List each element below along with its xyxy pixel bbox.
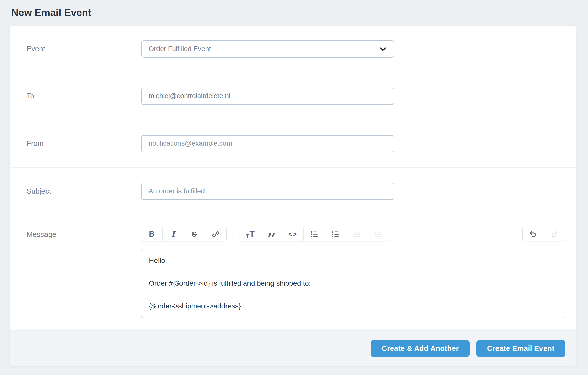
code-button[interactable]: <>	[282, 227, 304, 241]
strikethrough-icon: S	[192, 230, 197, 238]
event-row: Event Order Fulfilled Event	[10, 26, 576, 72]
event-label: Event	[27, 45, 141, 53]
heading-button[interactable]: T T	[240, 227, 261, 241]
message-paragraph: Hello,	[149, 256, 557, 265]
message-row: Message B I S	[10, 215, 576, 330]
event-select-value: Order Fulfilled Event	[149, 45, 211, 53]
subject-input[interactable]	[141, 183, 394, 200]
block-button-group: T T ” <>	[240, 227, 389, 241]
event-select[interactable]: Order Fulfilled Event	[141, 40, 394, 58]
bold-icon: B	[149, 230, 154, 239]
strikethrough-button[interactable]: S	[184, 227, 205, 241]
to-row: To	[10, 72, 576, 120]
ordered-list-button[interactable]: 1 2 3	[325, 227, 346, 241]
italic-button[interactable]: I	[163, 227, 184, 241]
svg-text:3: 3	[332, 235, 333, 238]
to-label: To	[27, 92, 141, 100]
outdent-button	[346, 227, 367, 241]
heading-icon: T T	[246, 230, 255, 238]
chevron-down-icon	[379, 45, 387, 53]
unordered-list-button[interactable]	[304, 227, 325, 241]
unordered-list-icon	[310, 230, 318, 238]
from-input[interactable]	[141, 135, 394, 152]
subject-label: Subject	[27, 187, 141, 195]
ordered-list-icon: 1 2 3	[332, 230, 339, 238]
link-icon	[212, 230, 219, 238]
link-button[interactable]	[205, 227, 226, 241]
italic-icon: I	[171, 230, 175, 239]
new-email-event-form: Event Order Fulfilled Event To From	[10, 26, 576, 366]
history-button-group	[522, 227, 565, 241]
message-label: Message	[27, 230, 141, 239]
create-and-add-another-button[interactable]: Create & Add Another	[371, 340, 470, 357]
page-title: New Email Event	[11, 7, 576, 18]
page: New Email Event Event Order Fulfilled Ev…	[0, 0, 588, 366]
form-footer: Create & Add Another Create Email Event	[10, 330, 576, 366]
from-label: From	[27, 139, 141, 148]
format-button-group: B I S	[141, 227, 227, 241]
bold-button[interactable]: B	[141, 227, 163, 241]
outdent-icon	[353, 230, 360, 238]
indent-icon	[374, 230, 382, 238]
undo-icon	[529, 230, 537, 238]
create-email-event-button[interactable]: Create Email Event	[476, 340, 565, 357]
redo-button	[544, 227, 565, 241]
subject-row: Subject	[10, 168, 576, 215]
rich-text-toolbar: B I S	[141, 227, 565, 241]
code-icon: <>	[288, 231, 297, 238]
redo-icon	[551, 230, 558, 238]
undo-button[interactable]	[523, 227, 544, 241]
indent-button	[367, 227, 389, 241]
message-paragraph: Order #{$order->id} is fulfilled and bei…	[149, 279, 557, 288]
message-editor[interactable]: Hello, Order #{$order->id} is fulfilled …	[141, 249, 565, 318]
blockquote-button[interactable]: ”	[261, 227, 282, 241]
from-row: From	[10, 120, 576, 168]
to-input[interactable]	[141, 88, 394, 105]
message-paragraph: {$order->shipment->address}	[149, 301, 557, 311]
